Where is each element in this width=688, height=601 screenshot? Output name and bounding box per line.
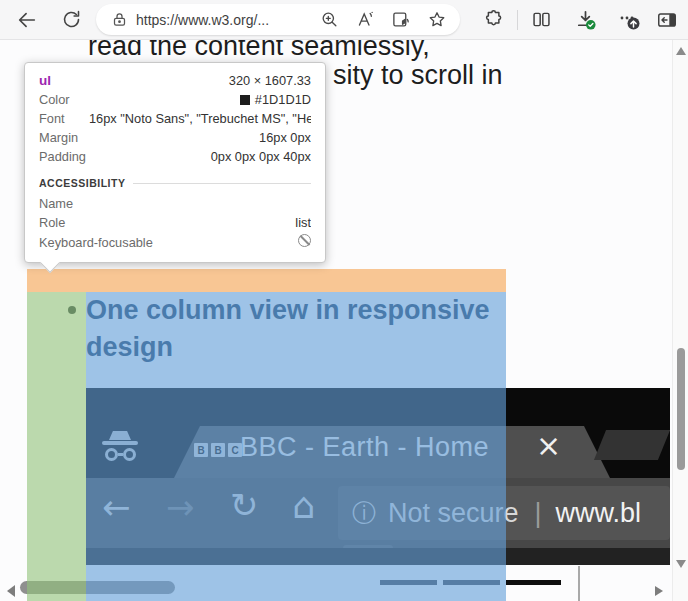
star-icon <box>427 10 447 29</box>
vscroll-thumb[interactable] <box>677 348 685 470</box>
list-bullet <box>68 306 76 314</box>
inspected-tag-name: ul <box>39 71 51 90</box>
tooltip-row-label: Color <box>39 90 81 109</box>
screenshot-close-tab-icon: × <box>536 428 561 463</box>
refresh-icon <box>61 9 82 30</box>
page-fragment-line <box>578 566 580 601</box>
back-button[interactable] <box>12 5 42 35</box>
screenshot-home-icon: ⌂ <box>292 485 315 526</box>
page-fragment-dash <box>380 580 437 585</box>
paragraph-line-fragment: sity to scroll in <box>333 60 503 91</box>
hscroll-left-arrow[interactable] <box>7 585 15 597</box>
sidebar-icon <box>656 9 678 31</box>
not-secure-label: Not secure <box>388 498 519 529</box>
tooltip-row-value: 16px 0px <box>89 128 311 147</box>
magnifier-plus-icon <box>320 10 339 29</box>
vscroll-up-arrow[interactable] <box>676 47 686 55</box>
devtools-inspect-tooltip: ul 320 × 1607.33 Color #1D1D1D Font 16px… <box>24 62 326 263</box>
extensions-button[interactable] <box>479 5 509 35</box>
bbc-mobile-screenshot-image: B B C BBC - Earth - Home × ← → ↻ ⌂ ⓘ Not… <box>86 388 670 565</box>
split-screen-button[interactable] <box>526 5 556 35</box>
refresh-button[interactable] <box>56 5 86 35</box>
screenshot-back-icon: ← <box>102 487 131 527</box>
color-swatch <box>240 95 250 105</box>
back-arrow-icon <box>16 9 38 31</box>
screenshot-ghost-tab <box>594 430 670 460</box>
toolbar-right-icons <box>479 4 682 35</box>
screenshot-tab-title: BBC - Earth - Home <box>240 432 489 463</box>
download-done-icon <box>574 8 597 31</box>
tooltip-row-label: Font <box>39 109 81 128</box>
not-focusable-icon <box>298 234 311 247</box>
accessibility-section-title: ACCESSIBILITY <box>39 177 125 189</box>
paragraph-line: read the content seamlessly, <box>88 40 430 62</box>
hscroll-thumb[interactable] <box>20 581 175 594</box>
screenshot-url-bar: ⓘ Not secure | www.bl <box>338 486 670 540</box>
a11y-row-label: Role <box>39 213 159 232</box>
split-screen-icon <box>531 9 552 30</box>
vscroll-down-arrow[interactable] <box>676 560 686 568</box>
a11y-row-label: Name <box>39 194 159 213</box>
reader-speaker-icon <box>391 10 411 29</box>
url-separator: | <box>535 498 542 529</box>
screenshot-bottom-strip <box>86 548 670 565</box>
tooltip-row-label: Margin <box>39 128 81 147</box>
tooltip-row-value: 16px "Noto Sans", "Trebuchet MS", "Helv.… <box>89 109 311 128</box>
page-fragment-dash <box>443 580 500 585</box>
toolbar-divider <box>517 10 518 30</box>
incognito-icon <box>100 431 140 461</box>
immersive-reader-button[interactable] <box>388 7 414 33</box>
tooltip-row-value: 0px 0px 0px 40px <box>94 147 311 166</box>
ellipsis-update-badge-icon <box>617 8 641 32</box>
page-fragment-dash <box>506 580 561 585</box>
downloads-button[interactable] <box>570 5 600 35</box>
settings-more-button[interactable] <box>614 5 644 35</box>
vertical-scrollbar[interactable] <box>672 40 688 601</box>
tooltip-row-value: #1D1D1D <box>89 90 311 109</box>
bbc-logo-block: B <box>211 443 225 457</box>
lock-icon <box>112 11 127 28</box>
puzzle-icon <box>484 9 505 30</box>
screenshot-toolbar: ← → ↻ ⌂ ⓘ Not secure | www.bl <box>86 478 670 548</box>
a11y-row-label: Keyboard-focusable <box>39 233 189 252</box>
edge-browser-window: https://www.w3.org/... <box>0 0 688 601</box>
bbc-logo: B B C <box>194 443 242 457</box>
inspected-dimensions: 320 × 1607.33 <box>229 71 311 90</box>
info-icon: ⓘ <box>352 497 376 529</box>
screenshot-reload-icon: ↻ <box>230 485 259 525</box>
a11y-row-value: list <box>167 213 311 232</box>
sidebar-toggle-button[interactable] <box>652 5 682 35</box>
bbc-logo-block: B <box>194 443 208 457</box>
url-domain-text: www.bl <box>556 498 642 529</box>
browser-toolbar: https://www.w3.org/... <box>0 0 688 40</box>
read-aloud-button[interactable] <box>352 7 378 33</box>
read-aloud-icon <box>355 10 375 29</box>
highlight-padding-overlay <box>27 292 86 601</box>
tooltip-row-label: Padding <box>39 147 86 166</box>
screenshot-forward-icon: → <box>166 487 195 527</box>
list-item-text: One column view in responsive design <box>86 292 498 366</box>
favorites-button[interactable] <box>424 7 450 33</box>
section-divider <box>133 183 311 184</box>
highlight-margin-overlay <box>27 269 506 292</box>
address-bar[interactable]: https://www.w3.org/... <box>96 4 460 35</box>
url-text[interactable]: https://www.w3.org/... <box>136 12 316 28</box>
zoom-button[interactable] <box>316 7 342 33</box>
hscroll-right-arrow[interactable] <box>655 586 663 596</box>
